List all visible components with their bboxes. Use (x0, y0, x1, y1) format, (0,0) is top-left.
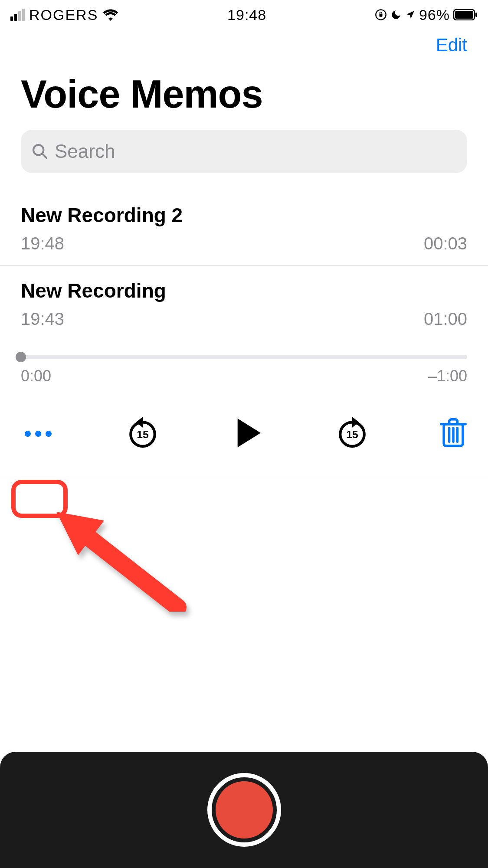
skip-back-15-icon: 15 (127, 417, 159, 449)
skip-forward-15-button[interactable]: 15 (336, 417, 368, 450)
nav-bar: Edit (0, 26, 488, 60)
skip-back-15-button[interactable]: 15 (127, 417, 159, 450)
recording-time: 19:43 (21, 309, 64, 329)
status-right: 96% (375, 7, 478, 23)
recording-duration: 00:03 (424, 234, 467, 253)
annotation-arrow-icon (48, 499, 187, 612)
recording-title: New Recording (21, 279, 467, 302)
more-options-button[interactable] (21, 420, 56, 447)
recording-duration: 01:00 (424, 309, 467, 329)
svg-text:15: 15 (137, 429, 149, 440)
elapsed-time: 0:00 (21, 367, 51, 385)
recording-time: 19:48 (21, 234, 64, 253)
record-button[interactable] (207, 773, 281, 847)
search-icon (31, 143, 49, 160)
cellular-signal-icon (10, 9, 25, 21)
svg-rect-1 (379, 14, 382, 17)
recording-item[interactable]: New Recording 2 19:48 00:03 (0, 190, 488, 266)
battery-icon (453, 9, 478, 20)
play-icon (230, 416, 265, 450)
wifi-icon (102, 9, 119, 21)
rotation-lock-icon (375, 9, 387, 21)
do-not-disturb-icon (390, 9, 402, 20)
edit-button[interactable]: Edit (436, 35, 467, 56)
recording-title: New Recording 2 (21, 203, 467, 227)
svg-line-6 (42, 154, 46, 158)
page-title: Voice Memos (0, 60, 488, 125)
search-input[interactable] (55, 141, 457, 162)
svg-rect-3 (455, 11, 473, 19)
recording-item-expanded[interactable]: New Recording 19:43 01:00 (0, 266, 488, 329)
status-left: ROGERS (10, 7, 119, 23)
annotation-highlight (11, 480, 68, 518)
remaining-time: –1:00 (428, 367, 467, 385)
status-bar: ROGERS 19:48 96% (0, 0, 488, 26)
carrier-label: ROGERS (29, 7, 98, 23)
play-button[interactable] (230, 416, 265, 452)
scrubber-thumb[interactable] (16, 352, 26, 362)
battery-percent: 96% (419, 7, 450, 23)
playback-scrubber[interactable]: 0:00 –1:00 (0, 329, 488, 385)
trash-icon (439, 417, 467, 449)
ellipsis-icon (25, 431, 31, 437)
delete-button[interactable] (439, 417, 467, 450)
record-icon (216, 781, 273, 839)
record-bar (0, 752, 488, 868)
scrubber-track[interactable] (21, 355, 467, 359)
status-time: 19:48 (227, 7, 266, 23)
skip-forward-15-icon: 15 (336, 417, 368, 449)
search-field[interactable] (21, 130, 467, 173)
svg-text:15: 15 (346, 429, 358, 440)
location-icon (405, 10, 416, 20)
playback-controls: 15 15 (0, 385, 488, 476)
svg-rect-4 (475, 13, 477, 17)
